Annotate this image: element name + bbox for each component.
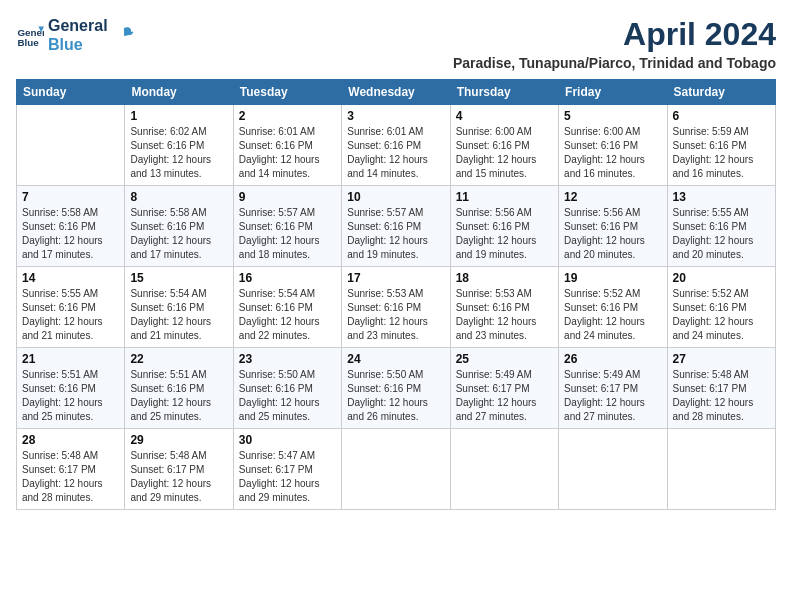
day-info: Sunrise: 5:52 AMSunset: 6:16 PMDaylight:… (673, 287, 770, 343)
calendar-header-row: SundayMondayTuesdayWednesdayThursdayFrid… (17, 80, 776, 105)
calendar-cell: 10Sunrise: 5:57 AMSunset: 6:16 PMDayligh… (342, 186, 450, 267)
calendar-cell (342, 429, 450, 510)
day-info: Sunrise: 5:56 AMSunset: 6:16 PMDaylight:… (456, 206, 553, 262)
page-header: General Blue General Blue April 2024 Par… (16, 16, 776, 71)
day-number: 2 (239, 109, 336, 123)
location-subtitle: Paradise, Tunapuna/Piarco, Trinidad and … (453, 55, 776, 71)
day-number: 30 (239, 433, 336, 447)
day-info: Sunrise: 5:52 AMSunset: 6:16 PMDaylight:… (564, 287, 661, 343)
day-number: 17 (347, 271, 444, 285)
day-number: 15 (130, 271, 227, 285)
day-number: 18 (456, 271, 553, 285)
header-thursday: Thursday (450, 80, 558, 105)
calendar-cell: 8Sunrise: 5:58 AMSunset: 6:16 PMDaylight… (125, 186, 233, 267)
calendar-cell: 17Sunrise: 5:53 AMSunset: 6:16 PMDayligh… (342, 267, 450, 348)
day-info: Sunrise: 5:57 AMSunset: 6:16 PMDaylight:… (239, 206, 336, 262)
calendar-cell: 1Sunrise: 6:02 AMSunset: 6:16 PMDaylight… (125, 105, 233, 186)
calendar-cell: 23Sunrise: 5:50 AMSunset: 6:16 PMDayligh… (233, 348, 341, 429)
day-info: Sunrise: 5:59 AMSunset: 6:16 PMDaylight:… (673, 125, 770, 181)
title-section: April 2024 Paradise, Tunapuna/Piarco, Tr… (453, 16, 776, 71)
day-number: 19 (564, 271, 661, 285)
calendar-cell: 30Sunrise: 5:47 AMSunset: 6:17 PMDayligh… (233, 429, 341, 510)
day-info: Sunrise: 5:53 AMSunset: 6:16 PMDaylight:… (456, 287, 553, 343)
day-number: 8 (130, 190, 227, 204)
calendar-cell: 18Sunrise: 5:53 AMSunset: 6:16 PMDayligh… (450, 267, 558, 348)
day-number: 12 (564, 190, 661, 204)
day-info: Sunrise: 5:55 AMSunset: 6:16 PMDaylight:… (673, 206, 770, 262)
day-number: 4 (456, 109, 553, 123)
day-info: Sunrise: 5:51 AMSunset: 6:16 PMDaylight:… (130, 368, 227, 424)
calendar-cell: 27Sunrise: 5:48 AMSunset: 6:17 PMDayligh… (667, 348, 775, 429)
calendar-cell: 24Sunrise: 5:50 AMSunset: 6:16 PMDayligh… (342, 348, 450, 429)
calendar-cell: 4Sunrise: 6:00 AMSunset: 6:16 PMDaylight… (450, 105, 558, 186)
calendar-cell: 15Sunrise: 5:54 AMSunset: 6:16 PMDayligh… (125, 267, 233, 348)
day-number: 28 (22, 433, 119, 447)
day-number: 21 (22, 352, 119, 366)
day-number: 11 (456, 190, 553, 204)
day-number: 29 (130, 433, 227, 447)
day-info: Sunrise: 5:55 AMSunset: 6:16 PMDaylight:… (22, 287, 119, 343)
header-tuesday: Tuesday (233, 80, 341, 105)
calendar-cell (667, 429, 775, 510)
calendar-cell (450, 429, 558, 510)
day-number: 26 (564, 352, 661, 366)
day-info: Sunrise: 5:58 AMSunset: 6:16 PMDaylight:… (22, 206, 119, 262)
day-info: Sunrise: 5:53 AMSunset: 6:16 PMDaylight:… (347, 287, 444, 343)
header-saturday: Saturday (667, 80, 775, 105)
calendar-cell: 6Sunrise: 5:59 AMSunset: 6:16 PMDaylight… (667, 105, 775, 186)
calendar-week-row: 28Sunrise: 5:48 AMSunset: 6:17 PMDayligh… (17, 429, 776, 510)
day-number: 22 (130, 352, 227, 366)
calendar-week-row: 21Sunrise: 5:51 AMSunset: 6:16 PMDayligh… (17, 348, 776, 429)
calendar-cell (559, 429, 667, 510)
logo: General Blue General Blue (16, 16, 134, 54)
calendar-cell: 13Sunrise: 5:55 AMSunset: 6:16 PMDayligh… (667, 186, 775, 267)
day-number: 9 (239, 190, 336, 204)
header-wednesday: Wednesday (342, 80, 450, 105)
calendar-cell: 26Sunrise: 5:49 AMSunset: 6:17 PMDayligh… (559, 348, 667, 429)
calendar-cell: 9Sunrise: 5:57 AMSunset: 6:16 PMDaylight… (233, 186, 341, 267)
calendar-cell: 14Sunrise: 5:55 AMSunset: 6:16 PMDayligh… (17, 267, 125, 348)
day-info: Sunrise: 5:51 AMSunset: 6:16 PMDaylight:… (22, 368, 119, 424)
logo-text-general: General (48, 16, 108, 35)
calendar-cell: 19Sunrise: 5:52 AMSunset: 6:16 PMDayligh… (559, 267, 667, 348)
calendar-cell: 22Sunrise: 5:51 AMSunset: 6:16 PMDayligh… (125, 348, 233, 429)
logo-bird-icon (112, 24, 134, 46)
day-number: 10 (347, 190, 444, 204)
header-monday: Monday (125, 80, 233, 105)
day-number: 14 (22, 271, 119, 285)
day-number: 20 (673, 271, 770, 285)
header-friday: Friday (559, 80, 667, 105)
day-info: Sunrise: 5:54 AMSunset: 6:16 PMDaylight:… (130, 287, 227, 343)
day-number: 27 (673, 352, 770, 366)
month-title: April 2024 (453, 16, 776, 53)
day-info: Sunrise: 5:54 AMSunset: 6:16 PMDaylight:… (239, 287, 336, 343)
calendar-cell: 2Sunrise: 6:01 AMSunset: 6:16 PMDaylight… (233, 105, 341, 186)
day-number: 25 (456, 352, 553, 366)
calendar-cell: 25Sunrise: 5:49 AMSunset: 6:17 PMDayligh… (450, 348, 558, 429)
calendar-cell: 5Sunrise: 6:00 AMSunset: 6:16 PMDaylight… (559, 105, 667, 186)
day-info: Sunrise: 6:01 AMSunset: 6:16 PMDaylight:… (347, 125, 444, 181)
day-number: 6 (673, 109, 770, 123)
calendar-cell: 29Sunrise: 5:48 AMSunset: 6:17 PMDayligh… (125, 429, 233, 510)
day-info: Sunrise: 6:02 AMSunset: 6:16 PMDaylight:… (130, 125, 227, 181)
day-info: Sunrise: 5:49 AMSunset: 6:17 PMDaylight:… (456, 368, 553, 424)
calendar-cell: 16Sunrise: 5:54 AMSunset: 6:16 PMDayligh… (233, 267, 341, 348)
calendar-week-row: 1Sunrise: 6:02 AMSunset: 6:16 PMDaylight… (17, 105, 776, 186)
calendar-cell: 28Sunrise: 5:48 AMSunset: 6:17 PMDayligh… (17, 429, 125, 510)
day-info: Sunrise: 5:50 AMSunset: 6:16 PMDaylight:… (239, 368, 336, 424)
day-info: Sunrise: 6:01 AMSunset: 6:16 PMDaylight:… (239, 125, 336, 181)
day-number: 24 (347, 352, 444, 366)
day-info: Sunrise: 5:50 AMSunset: 6:16 PMDaylight:… (347, 368, 444, 424)
calendar-cell: 3Sunrise: 6:01 AMSunset: 6:16 PMDaylight… (342, 105, 450, 186)
calendar-week-row: 14Sunrise: 5:55 AMSunset: 6:16 PMDayligh… (17, 267, 776, 348)
day-number: 7 (22, 190, 119, 204)
day-number: 16 (239, 271, 336, 285)
day-number: 1 (130, 109, 227, 123)
day-info: Sunrise: 5:48 AMSunset: 6:17 PMDaylight:… (130, 449, 227, 505)
day-info: Sunrise: 5:56 AMSunset: 6:16 PMDaylight:… (564, 206, 661, 262)
calendar-cell (17, 105, 125, 186)
calendar-cell: 20Sunrise: 5:52 AMSunset: 6:16 PMDayligh… (667, 267, 775, 348)
calendar-cell: 7Sunrise: 5:58 AMSunset: 6:16 PMDaylight… (17, 186, 125, 267)
calendar-week-row: 7Sunrise: 5:58 AMSunset: 6:16 PMDaylight… (17, 186, 776, 267)
day-info: Sunrise: 6:00 AMSunset: 6:16 PMDaylight:… (564, 125, 661, 181)
